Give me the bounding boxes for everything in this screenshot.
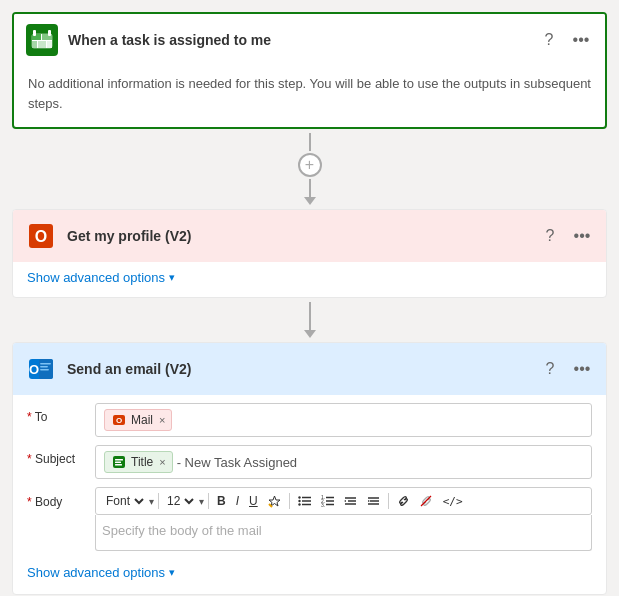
svg-rect-15 (40, 369, 49, 371)
svg-marker-38 (344, 500, 346, 502)
task-icon (26, 24, 58, 56)
body-toolbar: Font ▾ 12 ▾ B I U (95, 487, 592, 515)
code-button[interactable]: </> (439, 493, 467, 510)
svg-rect-13 (40, 363, 51, 365)
email-help-button[interactable]: ? (538, 357, 562, 381)
toolbar-div-2 (208, 493, 209, 509)
task-trigger-actions: ? ••• (537, 28, 593, 52)
toolbar-div-4 (388, 493, 389, 509)
profile-show-advanced-button[interactable]: Show advanced options ▾ (27, 270, 175, 285)
svg-rect-21 (115, 464, 122, 466)
get-profile-actions: ? ••• (538, 224, 594, 248)
subject-title-label: Title (131, 455, 153, 469)
svg-text:O: O (116, 416, 122, 425)
email-chevron-icon: ▾ (169, 566, 175, 579)
body-editor-container: Font ▾ 12 ▾ B I U (95, 487, 592, 551)
subject-suffix: - New Task Assigned (177, 455, 297, 470)
svg-point-23 (298, 496, 300, 498)
svg-rect-19 (115, 459, 123, 461)
svg-rect-6 (33, 30, 36, 36)
svg-rect-7 (48, 30, 51, 36)
task-trigger-title: When a task is assigned to me (68, 32, 527, 48)
connector-arrow-2 (304, 330, 316, 338)
office-profile-icon: O (25, 220, 57, 252)
task-trigger-header: When a task is assigned to me ? ••• (14, 14, 605, 66)
to-field[interactable]: O Mail × (95, 403, 592, 437)
send-email-header: O Send an email (V2) ? ••• (13, 343, 606, 395)
connector-line-1 (309, 133, 311, 151)
subject-row: * Subject Title × (27, 445, 592, 479)
to-mail-icon: O (111, 412, 127, 428)
to-row: * To O Mail × (27, 403, 592, 437)
svg-point-27 (298, 503, 300, 505)
svg-rect-3 (32, 41, 37, 48)
svg-text:3.: 3. (321, 502, 325, 507)
flow-container: When a task is assigned to me ? ••• No a… (12, 12, 607, 595)
send-email-title: Send an email (V2) (67, 361, 528, 377)
svg-point-25 (298, 500, 300, 502)
task-trigger-card: When a task is assigned to me ? ••• No a… (12, 12, 607, 129)
underline-button[interactable]: U (245, 492, 262, 510)
profile-chevron-icon: ▾ (169, 271, 175, 284)
to-label: * To (27, 403, 87, 424)
send-email-card: O Send an email (V2) ? ••• * To (12, 342, 607, 595)
send-email-body: * To O Mail × (13, 395, 606, 594)
get-profile-body: Show advanced options ▾ (13, 262, 606, 297)
to-mail-tag: O Mail × (104, 409, 172, 431)
svg-text:O: O (35, 228, 47, 245)
connector-arrow-1 (304, 197, 316, 205)
subject-field[interactable]: Title × - New Task Assigned (95, 445, 592, 479)
email-advanced-container: Show advanced options ▾ (27, 559, 592, 590)
connector-line-3 (309, 302, 311, 330)
connector-2 (304, 302, 316, 338)
add-step-button-1[interactable]: + (298, 153, 322, 177)
svg-text:O: O (29, 362, 39, 377)
link-button[interactable] (393, 493, 414, 509)
email-show-advanced-button[interactable]: Show advanced options ▾ (27, 565, 175, 580)
get-profile-card: O Get my profile (V2) ? ••• Show advance… (12, 209, 607, 298)
profile-more-button[interactable]: ••• (570, 224, 594, 248)
outlook-icon: O (25, 353, 57, 385)
toolbar-div-3 (289, 493, 290, 509)
svg-rect-4 (38, 41, 46, 48)
italic-button[interactable]: I (232, 492, 243, 510)
toolbar-div-1 (158, 493, 159, 509)
indent-more-button[interactable] (363, 493, 384, 509)
connector-line-2 (309, 179, 311, 197)
task-more-button[interactable]: ••• (569, 28, 593, 52)
email-more-button[interactable]: ••• (570, 357, 594, 381)
task-help-button[interactable]: ? (537, 28, 561, 52)
svg-rect-20 (115, 462, 121, 464)
bullet-list-button[interactable] (294, 493, 315, 509)
body-placeholder[interactable]: Specify the body of the mail (95, 515, 592, 551)
get-profile-title: Get my profile (V2) (67, 228, 528, 244)
to-mail-remove[interactable]: × (159, 414, 165, 426)
send-email-actions: ? ••• (538, 357, 594, 381)
toolbar-chevron-font: ▾ (149, 496, 154, 507)
bold-button[interactable]: B (213, 492, 230, 510)
numbered-list-button[interactable]: 1. 2. 3. (317, 493, 338, 509)
subject-title-tag: Title × (104, 451, 173, 473)
indent-less-button[interactable] (340, 493, 361, 509)
color-button[interactable] (264, 493, 285, 510)
to-mail-label: Mail (131, 413, 153, 427)
toolbar-chevron-size: ▾ (199, 496, 204, 507)
email-show-advanced-label: Show advanced options (27, 565, 165, 580)
body-row: * Body Font ▾ 12 ▾ B (27, 487, 592, 551)
task-trigger-body: No additional information is needed for … (14, 66, 605, 127)
subject-title-remove[interactable]: × (159, 456, 165, 468)
profile-show-advanced-label: Show advanced options (27, 270, 165, 285)
profile-help-button[interactable]: ? (538, 224, 562, 248)
font-select[interactable]: Font (102, 493, 147, 509)
font-size-select[interactable]: 12 (163, 493, 197, 509)
get-profile-header: O Get my profile (V2) ? ••• (13, 210, 606, 262)
connector-1: + (298, 133, 322, 205)
subject-title-icon (111, 454, 127, 470)
body-label: * Body (27, 487, 87, 509)
svg-rect-14 (40, 366, 48, 368)
svg-rect-5 (47, 41, 52, 48)
svg-marker-42 (368, 500, 370, 502)
subject-label: * Subject (27, 445, 87, 466)
unlink-button[interactable] (416, 493, 437, 509)
